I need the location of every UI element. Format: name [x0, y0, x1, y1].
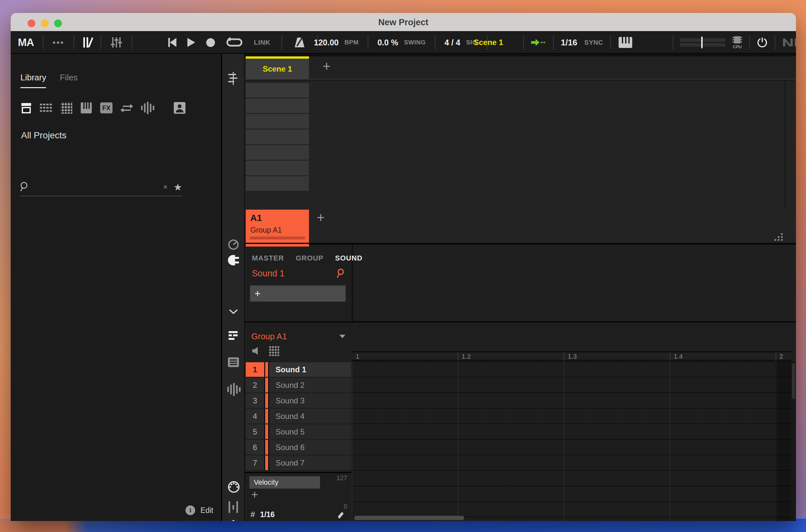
bpm-value[interactable]: 120.00: [314, 38, 338, 47]
sound-row[interactable]: 3Sound 3: [246, 393, 351, 408]
view-menu-icon[interactable]: •••: [53, 38, 64, 48]
user-content-icon[interactable]: [174, 102, 185, 114]
control-lane-selector[interactable]: Velocity: [249, 476, 320, 489]
swing-value[interactable]: 0.0 %: [378, 38, 398, 47]
ruler-label: 1.2: [462, 353, 471, 360]
scene-clip-slot[interactable]: [246, 83, 309, 97]
filter-sounds-icon[interactable]: [61, 102, 72, 114]
scene-scrollbar-track[interactable]: [785, 80, 786, 208]
add-scene-button[interactable]: +: [323, 61, 331, 71]
follow-playhead-icon[interactable]: [531, 39, 546, 46]
maschine-logo[interactable]: MA: [18, 36, 34, 49]
app-window: New Project MA •••: [11, 13, 796, 521]
pad-grid-icon[interactable]: [269, 346, 279, 356]
sound-row[interactable]: 2Sound 2: [246, 378, 351, 392]
audio-engine-power-icon[interactable]: [756, 37, 768, 48]
play-button[interactable]: [187, 38, 195, 47]
window-title: New Project: [11, 18, 796, 27]
sound-row[interactable]: 7Sound 7: [246, 456, 351, 470]
scene-clip-slot[interactable]: [246, 145, 309, 160]
vertical-scrollbar-thumb[interactable]: [792, 363, 795, 399]
pattern-list-icon[interactable]: [228, 357, 239, 367]
scene-clip-slot[interactable]: [246, 130, 309, 144]
filter-loops-icon[interactable]: [120, 102, 133, 113]
chevron-down-icon[interactable]: [228, 309, 238, 315]
arrange-view-icon[interactable]: [228, 330, 239, 341]
quick-browse-icon[interactable]: [335, 268, 345, 279]
filter-effects-icon[interactable]: FX: [100, 102, 112, 113]
scene-clip-slot[interactable]: [246, 176, 309, 191]
ruler-label: 1.4: [674, 353, 683, 360]
sound-row[interactable]: 4Sound 4: [246, 409, 351, 423]
scene-tab[interactable]: Scene 1: [246, 56, 309, 79]
sound-name-field[interactable]: Sound 1: [252, 269, 285, 279]
sampler-view-icon[interactable]: [227, 383, 241, 396]
pencil-edit-icon[interactable]: [337, 511, 347, 519]
channel-properties-icon[interactable]: [227, 239, 239, 250]
sound-row[interactable]: 6Sound 6: [246, 440, 351, 455]
record-button[interactable]: [206, 38, 215, 47]
swing-label: SWING: [404, 39, 426, 46]
info-icon[interactable]: i: [185, 506, 195, 515]
focused-scene[interactable]: Scene 1: [474, 38, 503, 47]
chevron-down-icon[interactable]: [340, 335, 345, 338]
pattern-editor: Group A1 1 1.2 1.3 1.4: [245, 322, 796, 521]
filter-instruments-icon[interactable]: [80, 102, 92, 114]
scene-clip-slot[interactable]: [246, 114, 309, 129]
favorites-filter-icon[interactable]: ★: [173, 182, 182, 193]
audio-mute-icon[interactable]: [252, 347, 260, 355]
sound-list: 1Sound 1 2Sound 2 3Sound 3 4Sound 4 5Sou…: [246, 362, 351, 471]
tab-group[interactable]: GROUP: [296, 254, 324, 262]
filter-projects-icon[interactable]: [20, 101, 32, 115]
beyond-pattern-end: [775, 361, 791, 521]
pattern-grid-canvas[interactable]: [352, 361, 791, 521]
scene-grid[interactable]: [245, 80, 796, 208]
scene-clip-slot[interactable]: [246, 98, 309, 113]
add-control-lane-button[interactable]: +: [251, 490, 258, 500]
tab-library[interactable]: Library: [20, 73, 46, 88]
master-volume-meter[interactable]: [680, 37, 725, 48]
velocity-lane-icon[interactable]: [228, 501, 238, 514]
perform-grid-value[interactable]: 1/16: [561, 38, 578, 48]
sound-row[interactable]: 5Sound 5: [246, 424, 351, 439]
clear-search-icon[interactable]: ×: [163, 183, 168, 191]
timeline-ruler[interactable]: 1 1.2 1.3 1.4 2: [352, 352, 791, 361]
ni-logo-icon[interactable]: [782, 37, 796, 48]
pattern-strip: [222, 322, 245, 521]
link-toggle[interactable]: LINK: [254, 39, 270, 46]
sound-row[interactable]: 1Sound 1: [246, 362, 351, 377]
tab-files[interactable]: Files: [60, 73, 77, 88]
resize-grip-icon[interactable]: [774, 233, 783, 241]
scene-clip-slot[interactable]: [246, 161, 309, 175]
ruler-label: 2: [780, 353, 783, 360]
add-plugin-slot[interactable]: +: [250, 285, 346, 302]
control-lane-header: Velocity + 127 0 # 1/16: [245, 472, 352, 521]
step-grid-value[interactable]: 1/16: [260, 510, 275, 519]
filter-groups-icon[interactable]: [40, 103, 53, 112]
browser-toggle-icon[interactable]: [83, 37, 91, 48]
filter-samples-icon[interactable]: [141, 101, 154, 114]
metronome-icon[interactable]: [293, 37, 306, 48]
midi-events-icon[interactable]: [227, 480, 240, 493]
loop-icon[interactable]: [226, 37, 243, 48]
perform-grid-label: SYNC: [584, 39, 603, 46]
keyboard-icon[interactable]: [618, 36, 633, 49]
group-pad-a1[interactable]: A1 Group A1: [246, 210, 309, 243]
restart-button[interactable]: [168, 38, 176, 47]
chevron-up-icon[interactable]: [228, 519, 238, 521]
edit-button[interactable]: Edit: [200, 506, 213, 515]
lane-min-value: 0: [344, 503, 347, 510]
plugin-icon[interactable]: [227, 254, 241, 266]
time-signature-value[interactable]: 4 / 4: [444, 38, 460, 47]
tab-master[interactable]: MASTER: [252, 254, 284, 262]
vertical-scrollbar-track[interactable]: [791, 361, 796, 521]
search-input[interactable]: [34, 183, 157, 191]
search-icon: [19, 182, 29, 192]
tab-sound[interactable]: SOUND: [335, 254, 363, 262]
mixer-view-icon[interactable]: [110, 37, 123, 48]
step-grid-icon: #: [251, 510, 255, 519]
pattern-group-selector[interactable]: Group A1: [251, 331, 287, 341]
song-view-icon[interactable]: [227, 72, 240, 85]
add-group-button[interactable]: +: [317, 213, 325, 223]
horizontal-scrollbar-thumb[interactable]: [354, 516, 464, 520]
